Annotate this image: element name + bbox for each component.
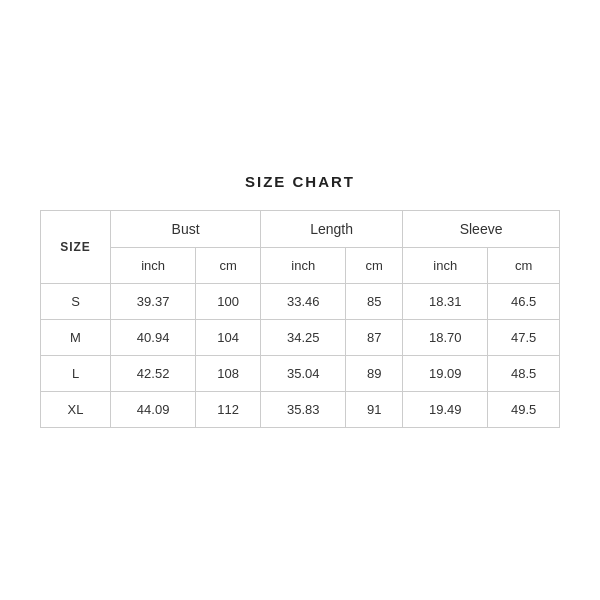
length-cm-cell: 85 — [346, 283, 403, 319]
bust-inch-cell: 42.52 — [111, 355, 196, 391]
length-inch-cell: 34.25 — [261, 319, 346, 355]
size-column-header: SIZE — [41, 210, 111, 283]
length-cm-cell: 87 — [346, 319, 403, 355]
bust-cm-cell: 100 — [196, 283, 261, 319]
size-chart-table: SIZE Bust Length Sleeve inch cm inch cm … — [40, 210, 560, 428]
bust-inch-cell: 39.37 — [111, 283, 196, 319]
sleeve-inch-cell: 18.70 — [403, 319, 488, 355]
sleeve-inch-cell: 19.09 — [403, 355, 488, 391]
sleeve-inch-header: inch — [403, 247, 488, 283]
bust-cm-cell: 112 — [196, 391, 261, 427]
sleeve-inch-cell: 18.31 — [403, 283, 488, 319]
table-row: XL44.0911235.839119.4949.5 — [41, 391, 560, 427]
size-cell: XL — [41, 391, 111, 427]
bust-column-header: Bust — [111, 210, 261, 247]
bust-cm-cell: 104 — [196, 319, 261, 355]
table-row: L42.5210835.048919.0948.5 — [41, 355, 560, 391]
sleeve-cm-cell: 47.5 — [488, 319, 560, 355]
bust-inch-header: inch — [111, 247, 196, 283]
table-row: M40.9410434.258718.7047.5 — [41, 319, 560, 355]
sleeve-cm-header: cm — [488, 247, 560, 283]
length-inch-cell: 33.46 — [261, 283, 346, 319]
size-cell: S — [41, 283, 111, 319]
size-cell: M — [41, 319, 111, 355]
length-column-header: Length — [261, 210, 403, 247]
size-chart-container: SIZE CHART SIZE Bust Length Sleeve inch … — [20, 153, 580, 448]
sleeve-cm-cell: 48.5 — [488, 355, 560, 391]
bust-inch-cell: 40.94 — [111, 319, 196, 355]
page-title: SIZE CHART — [40, 173, 560, 190]
length-inch-cell: 35.83 — [261, 391, 346, 427]
sleeve-cm-cell: 46.5 — [488, 283, 560, 319]
sleeve-column-header: Sleeve — [403, 210, 560, 247]
length-inch-header: inch — [261, 247, 346, 283]
size-cell: L — [41, 355, 111, 391]
bust-cm-header: cm — [196, 247, 261, 283]
length-cm-cell: 89 — [346, 355, 403, 391]
bust-inch-cell: 44.09 — [111, 391, 196, 427]
bust-cm-cell: 108 — [196, 355, 261, 391]
sleeve-inch-cell: 19.49 — [403, 391, 488, 427]
length-cm-header: cm — [346, 247, 403, 283]
length-cm-cell: 91 — [346, 391, 403, 427]
table-row: S39.3710033.468518.3146.5 — [41, 283, 560, 319]
sleeve-cm-cell: 49.5 — [488, 391, 560, 427]
length-inch-cell: 35.04 — [261, 355, 346, 391]
